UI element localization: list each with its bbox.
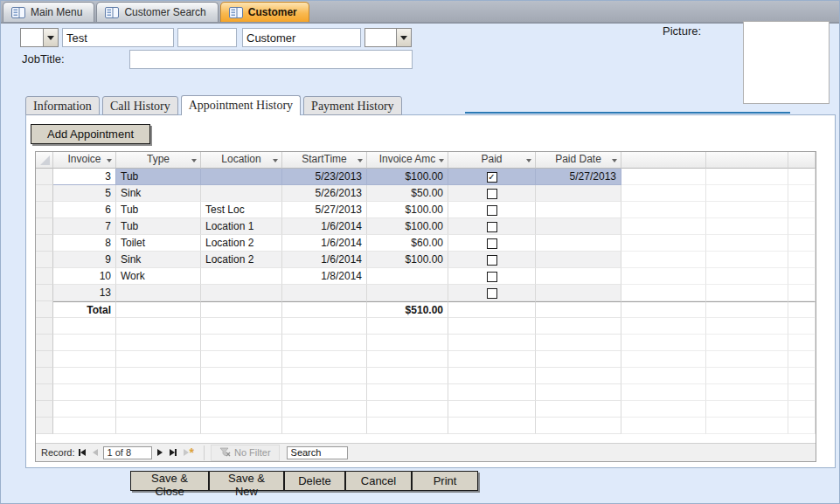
record-selector[interactable] <box>36 252 53 268</box>
cell-start_time[interactable]: 1/6/2014 <box>282 235 367 252</box>
cell-location[interactable] <box>201 169 282 185</box>
cell-invoice[interactable]: 7 <box>53 218 116 235</box>
cell-paid_date[interactable] <box>536 252 621 268</box>
save-close-button[interactable]: Save & Close <box>130 471 209 491</box>
cell-paid[interactable] <box>448 235 536 252</box>
new-record-button[interactable]: * <box>184 449 194 456</box>
cell-invoice[interactable]: 3 <box>53 169 116 185</box>
record-position[interactable]: 1 of 8 <box>103 446 152 459</box>
cell-paid[interactable] <box>448 252 536 268</box>
first-name-field[interactable] <box>62 28 174 47</box>
cell-amount[interactable]: $100.00 <box>367 252 448 268</box>
cancel-button[interactable]: Cancel <box>345 471 412 491</box>
cell-location[interactable]: Location 2 <box>201 235 282 252</box>
cell-amount[interactable]: $50.00 <box>367 185 448 202</box>
tab-appointment-history[interactable]: Appointment History <box>181 95 301 115</box>
last-record-button[interactable] <box>170 449 177 456</box>
paid-checkbox[interactable] <box>487 288 497 299</box>
cell-paid_date[interactable] <box>536 285 621 301</box>
cell-type[interactable]: Sink <box>116 185 201 202</box>
tab-customer[interactable]: Customer <box>220 2 309 22</box>
tab-call-history[interactable]: Call History <box>102 96 178 115</box>
cell-paid[interactable] <box>448 218 536 235</box>
column-header-paid-date[interactable]: Paid Date <box>536 152 621 169</box>
previous-record-button[interactable] <box>93 449 98 456</box>
print-button[interactable]: Print <box>412 471 478 491</box>
cell-start_time[interactable]: 1/6/2014 <box>282 218 367 235</box>
cell-amount[interactable]: $100.00 <box>367 202 448 218</box>
column-header-type[interactable]: Type <box>116 152 201 169</box>
cell-paid[interactable] <box>448 268 536 285</box>
record-selector[interactable] <box>36 185 53 202</box>
cell-invoice[interactable]: 8 <box>53 235 116 252</box>
chevron-down-icon[interactable] <box>526 159 531 162</box>
last-name-field[interactable] <box>242 28 361 47</box>
cell-start_time[interactable]: 5/26/2013 <box>282 185 367 202</box>
chevron-down-icon[interactable] <box>612 159 617 162</box>
cell-type[interactable]: Tub <box>116 169 201 185</box>
suffix-combobox[interactable] <box>364 28 412 47</box>
search-input[interactable] <box>287 446 348 459</box>
record-selector[interactable] <box>36 202 53 218</box>
column-header-location[interactable]: Location <box>201 152 282 169</box>
tab-payment-history[interactable]: Payment History <box>303 96 402 115</box>
picture-frame[interactable] <box>743 21 830 104</box>
cell-type[interactable]: Toilet <box>116 235 201 252</box>
paid-checkbox[interactable] <box>487 222 497 232</box>
record-selector[interactable] <box>36 218 53 235</box>
cell-amount[interactable]: $100.00 <box>367 218 448 235</box>
title-combobox[interactable] <box>20 28 59 47</box>
cell-location[interactable]: Location 1 <box>201 218 282 235</box>
cell-type[interactable]: Tub <box>116 218 201 235</box>
cell-amount[interactable] <box>367 285 448 301</box>
record-selector[interactable] <box>36 285 53 301</box>
record-selector[interactable] <box>36 268 53 285</box>
cell-paid[interactable] <box>448 185 536 202</box>
cell-amount[interactable] <box>367 268 448 285</box>
suffix-combobox-dropdown-button[interactable] <box>396 29 411 46</box>
add-appointment-button[interactable]: Add Appointment <box>31 124 150 144</box>
cell-start_time[interactable] <box>282 285 367 301</box>
cell-paid_date[interactable] <box>536 218 621 235</box>
cell-invoice[interactable]: 5 <box>53 185 116 202</box>
cell-invoice[interactable]: 13 <box>53 285 116 301</box>
chevron-down-icon[interactable] <box>107 159 112 162</box>
cell-invoice[interactable]: 9 <box>53 252 116 268</box>
paid-checkbox[interactable] <box>487 255 497 266</box>
job-title-field[interactable] <box>129 50 413 69</box>
next-record-button[interactable] <box>157 449 163 456</box>
select-all-corner[interactable] <box>36 152 53 169</box>
record-selector[interactable] <box>36 169 53 185</box>
column-header-invoice-amc[interactable]: Invoice Amc <box>367 152 448 169</box>
cell-location[interactable]: Test Loc <box>201 202 282 218</box>
cell-location[interactable] <box>201 268 282 285</box>
record-selector[interactable] <box>36 235 53 252</box>
paid-checkbox[interactable] <box>487 238 497 249</box>
tab-customer-search[interactable]: Customer Search <box>96 2 218 22</box>
title-combobox-dropdown-button[interactable] <box>43 29 58 46</box>
cell-paid_date[interactable] <box>536 235 621 252</box>
cell-paid_date[interactable] <box>536 268 621 285</box>
first-record-button[interactable] <box>79 449 86 456</box>
column-header-invoice[interactable]: Invoice <box>53 152 116 169</box>
cell-type[interactable] <box>116 285 201 301</box>
tab-main-menu[interactable]: Main Menu <box>3 2 94 22</box>
cell-type[interactable]: Work <box>116 268 201 285</box>
cell-paid[interactable] <box>448 202 536 218</box>
cell-invoice[interactable]: 6 <box>53 202 116 218</box>
paid-checkbox[interactable] <box>487 205 497 216</box>
tab-information[interactable]: Information <box>25 96 100 115</box>
delete-button[interactable]: Delete <box>284 471 345 491</box>
chevron-down-icon[interactable] <box>439 159 444 162</box>
cell-start_time[interactable]: 5/23/2013 <box>282 169 367 185</box>
paid-checkbox[interactable]: ✓ <box>487 172 497 183</box>
cell-amount[interactable]: $100.00 <box>367 169 448 185</box>
cell-amount[interactable]: $60.00 <box>367 235 448 252</box>
cell-paid_date[interactable]: 5/27/2013 <box>536 169 621 185</box>
cell-location[interactable] <box>201 185 282 202</box>
cell-start_time[interactable]: 5/27/2013 <box>282 202 367 218</box>
middle-name-field[interactable] <box>177 28 237 47</box>
chevron-down-icon[interactable] <box>358 159 363 162</box>
paid-checkbox[interactable] <box>487 189 497 199</box>
cell-location[interactable]: Location 2 <box>201 252 282 268</box>
